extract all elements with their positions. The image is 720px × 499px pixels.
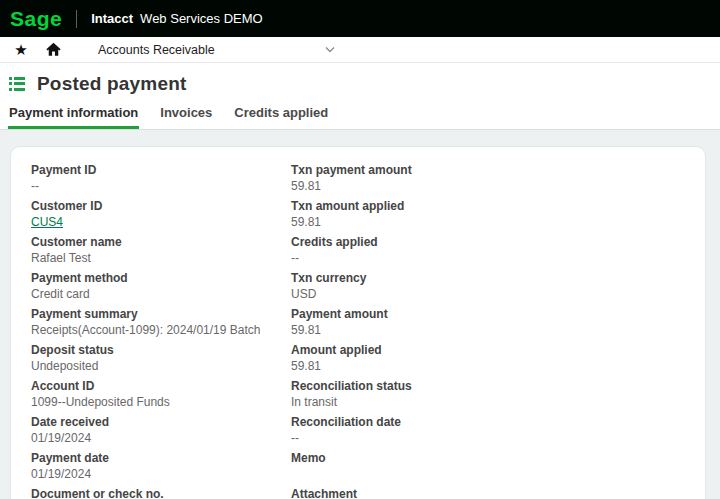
field-amount-applied: Amount applied 59.81 <box>291 342 685 374</box>
page-title-row: Posted payment <box>0 63 720 104</box>
star-icon: ★ <box>14 42 27 57</box>
field-label: Customer name <box>31 234 291 250</box>
field-value: Rafael Test <box>31 250 291 266</box>
field-date-received: Date received 01/19/2024 <box>31 414 291 446</box>
page-title: Posted payment <box>37 73 187 95</box>
field-value: Credit card <box>31 286 291 302</box>
field-reconciliation-date: Reconciliation date -- <box>291 414 685 446</box>
product-name: Web Services DEMO <box>140 11 263 26</box>
field-label: Payment amount <box>291 306 685 322</box>
field-label: Payment date <box>31 450 291 466</box>
field-value <box>291 466 685 482</box>
field-value: 01/19/2024 <box>31 430 291 446</box>
field-value: -- <box>291 250 685 266</box>
field-label: Deposit status <box>31 342 291 358</box>
tab-bar: Payment information Invoices Credits app… <box>0 104 720 130</box>
field-value: 1099--Undeposited Funds <box>31 394 291 410</box>
tab-payment-information[interactable]: Payment information <box>8 105 139 129</box>
field-memo: Memo <box>291 450 685 482</box>
field-label: Document or check no. <box>31 486 291 499</box>
field-payment-id: Payment ID -- <box>31 162 291 194</box>
field-value: Undeposited <box>31 358 291 374</box>
nav-bar: ★ Accounts Receivable <box>0 37 720 63</box>
field-value: 59.81 <box>291 178 685 194</box>
field-document-or-check-no: Document or check no. 1705645317 <box>31 486 291 499</box>
content-area: Payment ID -- Customer ID CUS4 Customer … <box>0 130 720 499</box>
field-reconciliation-status: Reconciliation status In transit <box>291 378 685 410</box>
field-account-id: Account ID 1099--Undeposited Funds <box>31 378 291 410</box>
field-value: USD <box>291 286 685 302</box>
tab-invoices[interactable]: Invoices <box>159 105 213 129</box>
tab-credits-applied[interactable]: Credits applied <box>233 105 329 129</box>
field-value: -- <box>291 430 685 446</box>
field-label: Memo <box>291 450 685 466</box>
favorites-button[interactable]: ★ <box>10 39 32 61</box>
fields-column-right: Txn payment amount 59.81 Txn amount appl… <box>291 162 685 499</box>
field-txn-amount-applied: Txn amount applied 59.81 <box>291 198 685 230</box>
field-label: Txn currency <box>291 270 685 286</box>
field-label: Amount applied <box>291 342 685 358</box>
field-deposit-status: Deposit status Undeposited <box>31 342 291 374</box>
field-payment-amount: Payment amount 59.81 <box>291 306 685 338</box>
field-value: 01/19/2024 <box>31 466 291 482</box>
field-label: Credits applied <box>291 234 685 250</box>
field-customer-id: Customer ID CUS4 <box>31 198 291 230</box>
field-label: Customer ID <box>31 198 291 214</box>
home-icon <box>45 41 62 58</box>
field-label: Date received <box>31 414 291 430</box>
home-button[interactable] <box>42 39 64 61</box>
field-txn-payment-amount: Txn payment amount 59.81 <box>291 162 685 194</box>
field-label: Txn payment amount <box>291 162 685 178</box>
field-value: 59.81 <box>291 322 685 338</box>
brand-name: Intacct <box>91 11 133 26</box>
fields-column-left: Payment ID -- Customer ID CUS4 Customer … <box>31 162 291 499</box>
field-txn-currency: Txn currency USD <box>291 270 685 302</box>
chevron-down-icon <box>325 46 335 53</box>
topbar-divider <box>76 10 77 28</box>
field-label: Payment method <box>31 270 291 286</box>
field-customer-name: Customer name Rafael Test <box>31 234 291 266</box>
list-icon <box>9 77 25 91</box>
field-payment-summary: Payment summary Receipts(Account-1099): … <box>31 306 291 338</box>
payment-information-card: Payment ID -- Customer ID CUS4 Customer … <box>10 146 706 499</box>
field-credits-applied: Credits applied -- <box>291 234 685 266</box>
field-attachment: Attachment -- <box>291 486 685 499</box>
module-dropdown[interactable]: Accounts Receivable <box>98 43 335 57</box>
field-value-link[interactable]: CUS4 <box>31 214 63 230</box>
field-value: Receipts(Account-1099): 2024/01/19 Batch <box>31 322 291 338</box>
field-value: In transit <box>291 394 685 410</box>
field-label: Reconciliation status <box>291 378 685 394</box>
field-label: Payment ID <box>31 162 291 178</box>
field-value: -- <box>31 178 291 194</box>
field-label: Txn amount applied <box>291 198 685 214</box>
sage-logo: Sage <box>10 8 76 29</box>
field-label: Attachment <box>291 486 685 499</box>
top-brand-bar: Sage Intacct Web Services DEMO <box>0 0 720 37</box>
module-dropdown-label: Accounts Receivable <box>98 43 215 57</box>
field-value: 59.81 <box>291 214 685 230</box>
field-label: Account ID <box>31 378 291 394</box>
field-payment-date: Payment date 01/19/2024 <box>31 450 291 482</box>
field-payment-method: Payment method Credit card <box>31 270 291 302</box>
field-label: Payment summary <box>31 306 291 322</box>
field-value: 59.81 <box>291 358 685 374</box>
field-label: Reconciliation date <box>291 414 685 430</box>
